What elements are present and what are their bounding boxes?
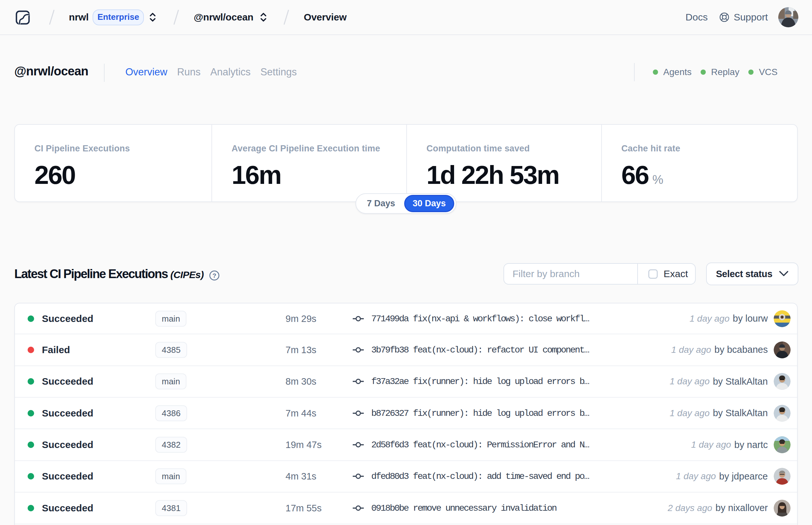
svg-text:?: ?: [212, 272, 216, 279]
